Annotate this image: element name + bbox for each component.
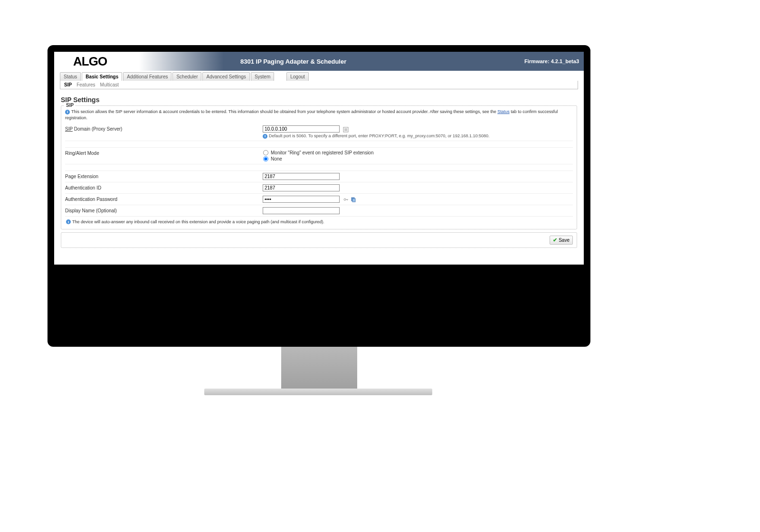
row-auth-id: Authentication ID [65, 182, 573, 194]
tab-scheduler[interactable]: Scheduler [172, 72, 201, 81]
info-icon: i [263, 134, 267, 139]
row-display-name: Display Name (Optional) [65, 205, 573, 217]
radio-none-row: None [263, 156, 573, 162]
svg-rect-8 [352, 199, 355, 202]
monitor-frame: ALGO 8301 IP Paging Adapter & Scheduler … [48, 45, 590, 347]
radio-monitor-row: Monitor "Ring" event on registered SIP e… [263, 150, 573, 156]
input-display-name[interactable] [263, 207, 340, 214]
footer-note: iThe device will auto-answer any inbound… [65, 217, 573, 226]
label-ring-mode: Ring/Alert Mode [65, 150, 263, 156]
footer-note-text: The device will auto-answer any inbound … [72, 219, 324, 224]
subtab-sip[interactable]: SIP [64, 82, 72, 87]
main-tabs: Status Basic Settings Additional Feature… [60, 72, 584, 81]
tab-status[interactable]: Status [60, 72, 81, 81]
svg-point-4 [344, 199, 346, 200]
intro-info: iThis section allows the SIP server info… [65, 109, 573, 121]
row-spacer [65, 141, 573, 148]
tab-additional-features[interactable]: Additional Features [123, 72, 171, 81]
sub-tabs: SIP Features Multicast [60, 81, 578, 89]
row-spacer [65, 164, 573, 171]
save-button-label: Save [559, 238, 570, 243]
radio-none-label: None [271, 156, 282, 162]
copy-password-icon[interactable] [351, 197, 356, 202]
tab-system[interactable]: System [251, 72, 274, 81]
input-auth-password[interactable] [263, 196, 340, 203]
subtab-multicast[interactable]: Multicast [100, 82, 119, 87]
content-area: SIP Settings SIP iThis section allows th… [54, 89, 584, 253]
hint-sip-domain-text: Default port is 5060. To specify a diffe… [269, 133, 490, 138]
radio-none[interactable] [263, 156, 268, 162]
save-button[interactable]: ✔ Save [550, 236, 573, 245]
label-display-name: Display Name (Optional) [65, 207, 263, 213]
row-ring-mode: Ring/Alert Mode Monitor "Ring" event on … [65, 148, 573, 164]
subtab-features[interactable]: Features [76, 82, 95, 87]
tab-logout[interactable]: Logout [286, 72, 309, 81]
label-page-extension: Page Extension [65, 173, 263, 179]
info-icon: i [66, 219, 71, 224]
status-link[interactable]: Status [497, 109, 510, 114]
fieldset-legend: SIP [64, 103, 76, 108]
hint-sip-domain: iDefault port is 5060. To specify a diff… [263, 133, 573, 139]
save-bar: ✔ Save [61, 232, 577, 248]
label-sip-domain: SIP Domain (Proxy Server) [65, 125, 263, 132]
tab-basic-settings[interactable]: Basic Settings [82, 72, 122, 81]
row-sip-domain: SIP Domain (Proxy Server) iDefault port … [65, 124, 573, 141]
notes-icon[interactable] [343, 127, 349, 133]
input-sip-domain[interactable] [263, 125, 340, 133]
page-title: SIP Settings [61, 96, 577, 104]
product-title: 8301 IP Paging Adapter & Scheduler [240, 58, 346, 65]
logo: ALGO [73, 54, 107, 69]
input-auth-id[interactable] [263, 184, 340, 191]
label-sip-domain-ul: SIP [65, 126, 73, 132]
label-auth-password: Authentication Password [65, 196, 263, 202]
radio-monitor-label: Monitor "Ring" event on registered SIP e… [271, 150, 373, 155]
screen: ALGO 8301 IP Paging Adapter & Scheduler … [54, 52, 584, 265]
row-auth-password: Authentication Password [65, 194, 573, 205]
radio-monitor[interactable] [263, 150, 268, 155]
monitor-base [204, 389, 432, 395]
intro-pre: This section allows the SIP server infor… [71, 109, 497, 114]
info-icon: i [65, 110, 70, 114]
monitor-stand [281, 347, 357, 390]
sip-fieldset: SIP iThis section allows the SIP server … [61, 105, 577, 229]
tab-advanced-settings[interactable]: Advanced Settings [202, 72, 249, 81]
input-page-extension[interactable] [263, 173, 340, 180]
reveal-password-icon[interactable] [343, 197, 349, 202]
label-auth-id: Authentication ID [65, 184, 263, 190]
label-sip-domain-rest: Domain (Proxy Server) [73, 126, 122, 132]
check-icon: ✔ [553, 237, 557, 243]
firmware-label: Firmware: 4.2.1_beta3 [524, 58, 579, 64]
header-bar: ALGO 8301 IP Paging Adapter & Scheduler … [54, 52, 584, 71]
row-page-extension: Page Extension [65, 171, 573, 182]
